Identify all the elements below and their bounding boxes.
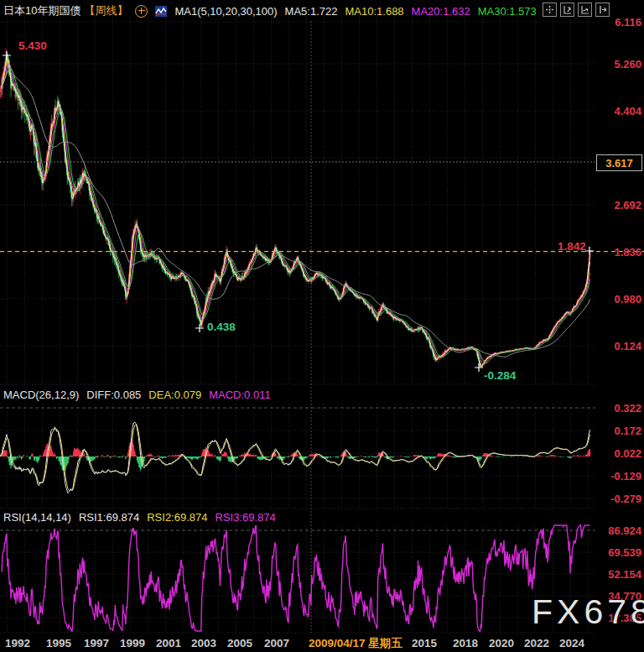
x-axis-year-label: 2005 [227, 637, 252, 649]
rsi-axis-tick: 52.154 [608, 567, 641, 580]
macd-axis-tick: 0.322 [614, 402, 641, 415]
chart-app: 日本10年期国债 【周线】 MA1(5,10,20,30,100) MA5:1.… [0, 0, 644, 652]
scale-x-axis-icon[interactable] [578, 3, 592, 17]
low1-price-label: 0.438 [207, 321, 236, 333]
chart-canvas[interactable] [0, 0, 644, 652]
ma30-value: MA30:1.573 [478, 5, 537, 18]
pan-right-icon[interactable] [595, 3, 610, 17]
x-axis-year-label: 2024 [559, 637, 584, 649]
low2-price-label: -0.284 [484, 369, 516, 382]
x-axis-year-label: 2018 [453, 637, 478, 649]
macd-header: MACD(26,12,9) DIFF:0.085 DEA:0.079 MACD:… [3, 389, 271, 401]
price-axis-tick: 1.836 [614, 246, 641, 258]
macd-axis-tick: -0.129 [610, 470, 641, 482]
watermark: FX678 [532, 592, 644, 632]
ma10-value: MA10:1.688 [345, 5, 403, 18]
x-axis-year-label: 1995 [46, 637, 71, 649]
rsi-axis-tick: 86.924 [608, 524, 641, 537]
ma20-value: MA20:1.632 [412, 5, 470, 18]
x-axis-year-label: 2020 [489, 637, 514, 649]
price-axis-tick: 4.404 [614, 105, 641, 117]
rsi2-value: RSI2:69.874 [147, 511, 207, 524]
rsi-name: RSI(14,14,14) [3, 511, 71, 524]
move-tool-icon[interactable] [543, 3, 557, 17]
rsi1-value: RSI1:69.874 [79, 511, 139, 524]
crosshair-date-label: 2009/04/17 星期五 [309, 636, 402, 651]
x-axis-year-label: 2007 [264, 637, 289, 649]
macd-dea-value: DEA:0.079 [148, 389, 201, 401]
x-axis-year-label: 1992 [5, 637, 30, 649]
rsi3-value: RSI3:69.874 [216, 511, 276, 524]
macd-axis-tick: 0.172 [614, 425, 641, 437]
chart-toolbar [543, 3, 610, 17]
rsi-axis-tick: 69.539 [608, 545, 641, 558]
instrument-title: 日本10年期国债 [3, 3, 80, 18]
macd-name: MACD(26,12,9) [3, 389, 79, 401]
price-axis-tick: 2.692 [614, 199, 641, 211]
price-axis-tick: 0.980 [614, 292, 641, 305]
x-axis-year-label: 2003 [191, 637, 216, 649]
x-axis-year-label: 2022 [524, 637, 549, 649]
x-axis-year-label: 1999 [120, 637, 145, 649]
x-axis-year-label: 2001 [156, 637, 181, 649]
crosshair-price-label: 3.617 [596, 154, 642, 171]
price-axis-tick: 5.260 [614, 58, 641, 70]
price-axis-tick: 0.124 [614, 339, 641, 352]
high-price-label: 5.430 [18, 39, 47, 52]
macd-value: MACD:0.011 [209, 389, 270, 401]
ma-group-label: MA1(5,10,20,30,100) [174, 5, 277, 18]
macd-axis-tick: -0.279 [610, 493, 641, 505]
main-chart-header: 日本10年期国债 【周线】 MA1(5,10,20,30,100) MA5:1.… [3, 3, 537, 18]
mini-chart-icon[interactable] [155, 6, 167, 17]
scale-y-axis-icon[interactable] [560, 3, 574, 17]
x-axis-year-label: 2015 [412, 637, 437, 649]
x-axis-year-label: 1997 [84, 637, 109, 649]
rsi-header: RSI(14,14,14) RSI1:69.874 RSI2:69.874 RS… [3, 511, 276, 524]
price-axis-tick: 6.116 [615, 16, 641, 29]
add-circle-icon[interactable] [135, 5, 148, 18]
macd-axis-tick: 0.022 [614, 447, 641, 460]
macd-diff-value: DIFF:0.085 [86, 389, 141, 401]
ma5-value: MA5:1.722 [285, 5, 338, 18]
last-price-label: 1.842 [558, 240, 586, 253]
period-tag: 【周线】 [84, 3, 127, 18]
